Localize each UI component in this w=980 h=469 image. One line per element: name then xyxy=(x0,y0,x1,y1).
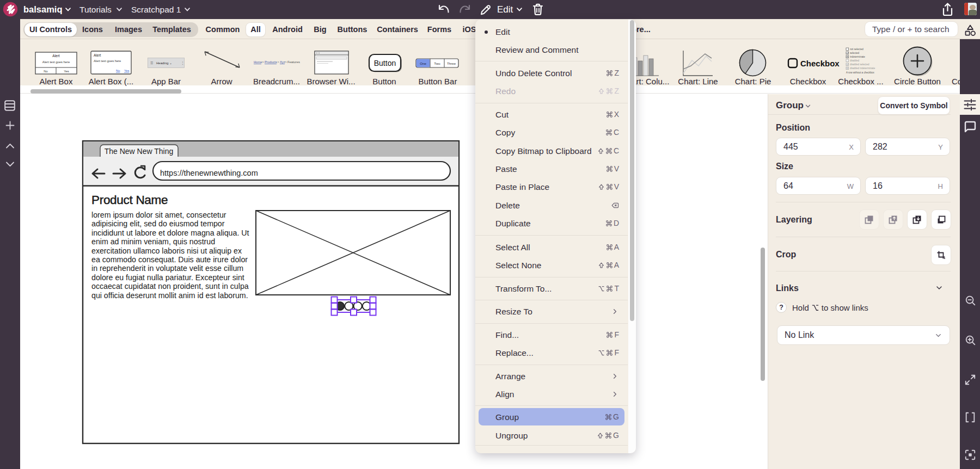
svg-text:ea commodo consequat. Duis aut: ea commodo consequat. Duis aute irure do… xyxy=(91,255,248,264)
svg-text:Alert: Alert xyxy=(52,54,60,58)
svg-text:Product Name: Product Name xyxy=(91,193,168,207)
svg-text:>: > xyxy=(262,60,264,64)
svg-text:incididunt ut labore et dolore: incididunt ut labore et dolore magna ali… xyxy=(91,229,249,237)
svg-text:No: No xyxy=(44,70,47,73)
svg-text:lorem ipsum dolor sit amet, co: lorem ipsum dolor sit amet, consectetur xyxy=(91,211,226,219)
svg-text:in reprehenderit in voluptate: in reprehenderit in voluptate velit esse… xyxy=(91,264,243,273)
svg-text:disabled selected: disabled selected xyxy=(850,63,869,66)
svg-text:Alert text goes here: Alert text goes here xyxy=(42,60,70,64)
svg-text:adipisicing elit, sed do eiusm: adipisicing elit, sed do eiusmod tempor xyxy=(91,219,225,228)
svg-text:Home: Home xyxy=(254,60,262,64)
svg-text:selected: selected xyxy=(850,52,860,54)
svg-text:⋮: ⋮ xyxy=(181,61,185,65)
svg-text:qui officia deserunt mollit an: qui officia deserunt mollit anim id est … xyxy=(91,291,248,300)
svg-text:A row without a checkbox: A row without a checkbox xyxy=(846,71,875,74)
svg-text:Products: Products xyxy=(265,60,277,64)
svg-text:One: One xyxy=(420,61,426,65)
svg-text:Three: Three xyxy=(447,61,456,65)
svg-text:enim ad minim veniam, quis nos: enim ad minim veniam, quis nostrud xyxy=(91,237,215,246)
svg-text:disabled indeterminate: disabled indeterminate xyxy=(850,67,875,70)
svg-text:Alert text goes here: Alert text goes here xyxy=(94,59,121,63)
svg-text:exercitation ullamco laboris n: exercitation ullamco laboris nisi ut ali… xyxy=(91,246,242,255)
svg-text:Button: Button xyxy=(374,59,396,67)
svg-text:>: > xyxy=(278,60,279,64)
svg-text:Two: Two xyxy=(434,61,440,65)
svg-text:Features: Features xyxy=(287,60,300,64)
svg-text:Heading ⌄: Heading ⌄ xyxy=(156,61,172,65)
svg-text:https://thenewnewthing.com: https://thenewnewthing.com xyxy=(160,169,258,177)
svg-text:Alert: Alert xyxy=(94,53,101,57)
svg-text:occaecat cupidatat non proiden: occaecat cupidatat non proident, sunt in… xyxy=(91,282,249,291)
svg-text:>: > xyxy=(285,60,287,64)
svg-text:☰: ☰ xyxy=(150,61,153,65)
svg-text:No: No xyxy=(116,69,120,72)
svg-text:indeterminate: indeterminate xyxy=(850,55,865,58)
svg-text:The New New Thing: The New New Thing xyxy=(105,147,174,156)
svg-text:Yes: Yes xyxy=(64,70,69,73)
svg-text:Checkbox: Checkbox xyxy=(800,59,840,68)
svg-text:dolore eu fugiat nulla pariatu: dolore eu fugiat nulla pariatur. Excepte… xyxy=(91,273,244,282)
svg-text:disabled: disabled xyxy=(850,59,860,62)
svg-text:Yes: Yes xyxy=(124,69,130,72)
svg-text:not selected: not selected xyxy=(850,48,863,51)
svg-text:Xyz: Xyz xyxy=(280,60,285,64)
